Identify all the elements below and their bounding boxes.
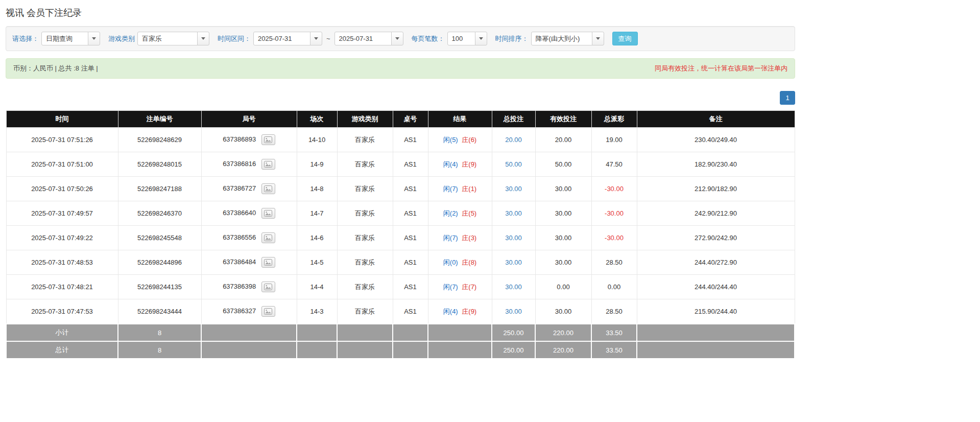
- chevron-down-icon: [92, 37, 96, 40]
- cell-bet-id: 522698245548: [118, 226, 201, 250]
- cell-result: 闲(5) 庄(6): [428, 128, 492, 152]
- round-result-image-button[interactable]: [261, 257, 275, 268]
- result-player: 闲(7): [443, 234, 458, 242]
- table-row: 2025-07-31 07:50:26 522698247188 6373867…: [6, 177, 795, 201]
- query-type-dropdown-button[interactable]: [88, 32, 100, 45]
- total-bet-link[interactable]: 30.00: [505, 209, 522, 217]
- result-banker: 庄(1): [462, 185, 476, 193]
- game-type-dropdown-button[interactable]: [197, 32, 209, 45]
- date-to-input[interactable]: [334, 32, 392, 45]
- page-button-1[interactable]: 1: [780, 91, 795, 105]
- cell-payout: 19.00: [591, 128, 637, 152]
- cell-game-type: 百家乐: [337, 128, 393, 152]
- page-size-dropdown-button[interactable]: [475, 32, 487, 45]
- round-result-image-button[interactable]: [261, 183, 275, 194]
- date-to-dropdown-button[interactable]: [391, 32, 403, 45]
- sort-input[interactable]: [531, 32, 592, 45]
- cell-session: 14-4: [297, 275, 337, 299]
- col-header-valid-bet: 有效投注: [535, 111, 591, 128]
- cell-payout: 47.50: [591, 152, 637, 177]
- empty-cell: [637, 341, 795, 359]
- sort-combobox: [531, 32, 604, 45]
- total-bet-link[interactable]: 20.00: [505, 136, 522, 144]
- query-type-input[interactable]: [41, 32, 88, 45]
- total-row: 总计 8 250.00 220.00 33.50: [6, 341, 795, 359]
- cell-result: 闲(7) 庄(1): [428, 177, 492, 201]
- cell-result: 闲(7) 庄(7): [428, 275, 492, 299]
- cell-round-id: 637386816: [201, 152, 297, 177]
- cell-valid-bet: 50.00: [535, 152, 591, 177]
- round-result-image-button[interactable]: [261, 306, 275, 317]
- round-result-image-button[interactable]: [261, 208, 275, 219]
- empty-cell: [637, 324, 795, 341]
- col-header-round-id: 局号: [201, 111, 297, 128]
- round-id-text: 637386727: [223, 184, 256, 192]
- picture-icon: [264, 136, 272, 143]
- round-id-text: 637386816: [223, 160, 256, 168]
- filter-group-game-type: 游戏类别: [108, 32, 209, 45]
- time-range-label: 时间区间：: [218, 34, 251, 43]
- game-type-input[interactable]: [137, 32, 198, 45]
- game-type-label: 游戏类别: [108, 34, 135, 43]
- cell-payout: -30.00: [591, 201, 637, 226]
- round-result-image-button[interactable]: [261, 232, 275, 243]
- page-content: 视讯 会员下注纪录 请选择： 游戏类别 时间区间： ~: [6, 0, 795, 359]
- cell-session: 14-5: [297, 250, 337, 275]
- bet-records-table: 时间 注单编号 局号 场次 游戏类别 桌号 结果 总投注 有效投注 总派彩 备注…: [6, 110, 795, 359]
- empty-cell: [393, 324, 428, 341]
- round-result-image-button[interactable]: [261, 282, 275, 292]
- total-bet-link[interactable]: 30.00: [505, 283, 522, 291]
- cell-table-no: AS1: [393, 201, 428, 226]
- cell-total-bet: 50.00: [492, 152, 535, 177]
- cell-result: 闲(4) 庄(9): [428, 299, 492, 324]
- cell-bet-id: 522698247188: [118, 177, 201, 201]
- cell-game-type: 百家乐: [337, 275, 393, 299]
- cell-session: 14-10: [297, 128, 337, 152]
- cell-round-id: 637386556: [201, 226, 297, 250]
- result-banker: 庄(6): [462, 136, 476, 144]
- cell-time: 2025-07-31 07:48:21: [6, 275, 118, 299]
- chevron-down-icon: [479, 37, 483, 40]
- total-bet-link[interactable]: 30.00: [505, 259, 522, 266]
- cell-note: 244.40/272.90: [637, 250, 795, 275]
- chevron-down-icon: [395, 37, 399, 40]
- cell-note: 272.90/242.90: [637, 226, 795, 250]
- cell-session: 14-6: [297, 226, 337, 250]
- picture-icon: [264, 161, 272, 168]
- cell-note: 215.90/244.40: [637, 299, 795, 324]
- cell-table-no: AS1: [393, 226, 428, 250]
- sort-dropdown-button[interactable]: [592, 32, 604, 45]
- round-result-image-button[interactable]: [261, 159, 275, 170]
- col-header-time: 时间: [6, 111, 118, 128]
- cell-time: 2025-07-31 07:51:00: [6, 152, 118, 177]
- cell-session: 14-7: [297, 201, 337, 226]
- date-from-dropdown-button[interactable]: [310, 32, 322, 45]
- page-size-input[interactable]: [447, 32, 475, 45]
- table-row: 2025-07-31 07:48:21 522698244135 6373863…: [6, 275, 795, 299]
- filter-group-query-type: 请选择：: [12, 32, 100, 45]
- cell-valid-bet: 30.00: [535, 201, 591, 226]
- total-bet-link[interactable]: 30.00: [505, 185, 522, 193]
- search-button[interactable]: 查询: [612, 32, 638, 45]
- cell-game-type: 百家乐: [337, 201, 393, 226]
- round-result-image-button[interactable]: [261, 134, 275, 145]
- result-banker: 庄(5): [462, 209, 476, 217]
- cell-time: 2025-07-31 07:48:53: [6, 250, 118, 275]
- filter-bar: 请选择： 游戏类别 时间区间： ~: [6, 26, 795, 51]
- cell-total-bet: 20.00: [492, 128, 535, 152]
- total-bet-link[interactable]: 30.00: [505, 234, 522, 242]
- cell-valid-bet: 30.00: [535, 226, 591, 250]
- col-header-total-bet: 总投注: [492, 111, 535, 128]
- empty-cell: [428, 341, 492, 359]
- result-player: 闲(2): [443, 209, 458, 217]
- cell-payout: 0.00: [591, 275, 637, 299]
- cell-result: 闲(0) 庄(8): [428, 250, 492, 275]
- cell-table-no: AS1: [393, 152, 428, 177]
- col-header-bet-id: 注单编号: [118, 111, 201, 128]
- cell-valid-bet: 0.00: [535, 275, 591, 299]
- total-bet-link[interactable]: 30.00: [505, 308, 522, 315]
- table-row: 2025-07-31 07:51:00 522698248015 6373868…: [6, 152, 795, 177]
- cell-round-id: 637386484: [201, 250, 297, 275]
- total-bet-link[interactable]: 50.00: [505, 160, 522, 168]
- date-from-input[interactable]: [253, 32, 310, 45]
